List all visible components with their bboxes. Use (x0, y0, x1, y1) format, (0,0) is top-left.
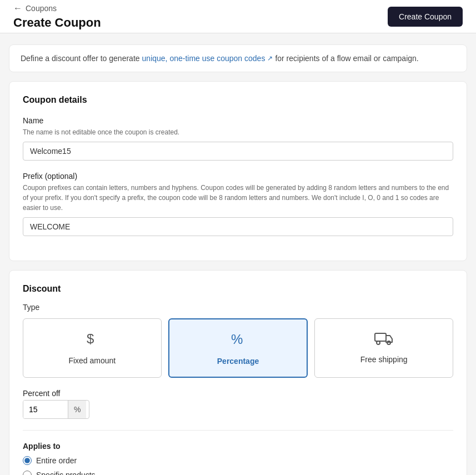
info-banner-prefix: Define a discount offer to generate (21, 54, 140, 63)
percent-symbol: % (68, 401, 86, 418)
main-content: Define a discount offer to generate uniq… (0, 33, 476, 475)
back-link[interactable]: ← Coupons (13, 3, 101, 13)
name-field-group: Name The name is not editable once the c… (23, 116, 453, 161)
type-options: $ Fixed amount % Percentage (23, 318, 453, 378)
radio-specific-products[interactable]: Specific products (23, 471, 453, 475)
divider-1 (23, 430, 453, 431)
radio-entire-order-input[interactable] (23, 456, 32, 465)
prefix-hint: Coupon prefixes can contain letters, num… (23, 183, 453, 213)
info-banner-suffix: for recipients of a flow email or campai… (275, 54, 418, 63)
prefix-label: Prefix (optional) (23, 172, 453, 181)
radio-entire-order[interactable]: Entire order (23, 456, 453, 465)
svg-text:$: $ (87, 331, 94, 346)
name-label: Name (23, 116, 453, 125)
discount-section-title: Discount (23, 284, 453, 294)
svg-rect-2 (375, 333, 386, 341)
radio-specific-products-input[interactable] (23, 471, 32, 475)
percent-off-row: % (23, 400, 453, 419)
top-bar: ← Coupons Create Coupon Create Coupon (0, 0, 476, 33)
type-fixed-label: Fixed amount (68, 356, 116, 365)
percent-off-group: Percent off % (23, 389, 453, 419)
external-link-icon: ↗ (267, 54, 273, 62)
back-link-label: Coupons (26, 4, 57, 13)
coupon-codes-link[interactable]: unique, one-time use coupon codes ↗ (142, 54, 273, 63)
type-free-shipping-label: Free shipping (360, 355, 408, 364)
info-banner: Define a discount offer to generate uniq… (9, 44, 467, 72)
top-left-header: ← Coupons Create Coupon (13, 3, 101, 30)
type-option-percentage[interactable]: % Percentage (168, 318, 308, 378)
percent-icon: % (230, 331, 247, 351)
name-hint: The name is not editable once the coupon… (23, 127, 453, 137)
type-option-free-shipping[interactable]: Free shipping (314, 318, 453, 378)
coupon-details-title: Coupon details (23, 95, 453, 105)
svg-text:%: % (231, 332, 243, 347)
radio-specific-products-label: Specific products (36, 471, 96, 475)
name-input[interactable] (23, 142, 453, 161)
page-title: Create Coupon (13, 16, 101, 30)
prefix-input[interactable] (23, 217, 453, 236)
back-arrow-icon: ← (13, 3, 22, 13)
prefix-field-group: Prefix (optional) Coupon prefixes can co… (23, 172, 453, 236)
type-label: Type (23, 303, 453, 312)
applies-to-label: Applies to (23, 442, 453, 451)
type-percentage-label: Percentage (217, 357, 259, 366)
percent-off-label: Percent off (23, 389, 453, 398)
applies-to-radio-group: Entire order Specific products Specific … (23, 456, 453, 475)
type-option-fixed[interactable]: $ Fixed amount (23, 318, 162, 378)
discount-card: Discount Type $ Fixed amount % Pe (9, 270, 467, 475)
dollar-icon: $ (84, 330, 101, 351)
coupon-codes-link-text: unique, one-time use coupon codes (142, 54, 265, 63)
radio-entire-order-label: Entire order (36, 456, 77, 465)
svg-point-3 (377, 341, 380, 344)
truck-icon (374, 330, 393, 349)
coupon-details-card: Coupon details Name The name is not edit… (9, 81, 467, 261)
percent-off-input[interactable] (23, 401, 68, 418)
percent-input-wrap: % (23, 400, 89, 419)
create-coupon-button[interactable]: Create Coupon (388, 7, 463, 27)
